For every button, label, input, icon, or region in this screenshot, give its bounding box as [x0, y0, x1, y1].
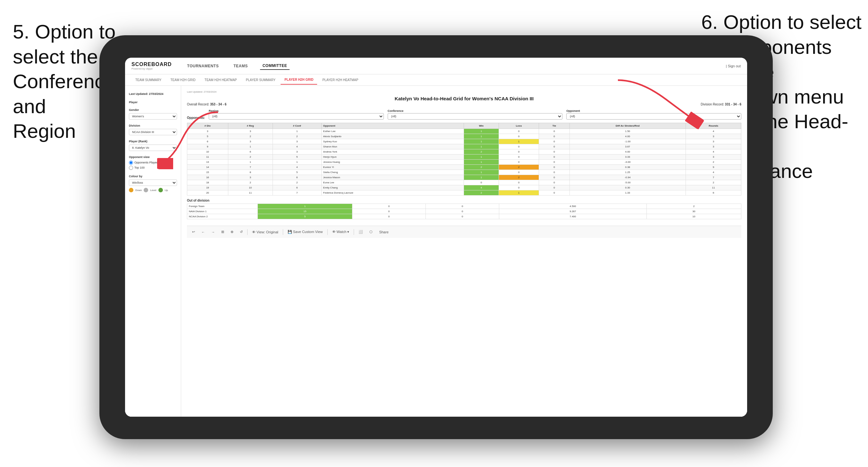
td-opponent: Esther Lee	[321, 129, 464, 134]
table-body: 3 3 1 Esther Lee 1 0 0 1.50 4 5 2 2 Alex…	[187, 129, 741, 195]
td-win: 1	[464, 134, 499, 139]
td-conf: 6	[273, 185, 321, 190]
td-opponent: Sydney Kuo	[321, 139, 464, 144]
td-conf: 5	[273, 155, 321, 160]
td-tie: 0	[539, 190, 569, 195]
td-tie: 0	[539, 149, 569, 155]
td-loss: 0	[499, 180, 539, 185]
opponent-played-radio[interactable]	[129, 161, 133, 165]
td-conf: 2	[273, 180, 321, 185]
colour-by-select[interactable]: Win/loss	[129, 180, 177, 186]
td-conf: 3	[273, 149, 321, 155]
td-loss: 0	[499, 185, 539, 190]
color-down-label: Down	[135, 189, 142, 192]
td-loss: 0	[499, 170, 539, 175]
td-loss: 0	[499, 160, 539, 165]
td-rounds: 11	[686, 185, 741, 190]
td-reg: 1	[228, 144, 273, 149]
td-conf: 4	[273, 144, 321, 149]
toolbar-square[interactable]: ⬜	[356, 229, 365, 235]
td-rounds: 7	[686, 175, 741, 180]
toolbar-undo[interactable]: ↩	[190, 229, 197, 235]
arrow-right	[608, 74, 711, 138]
out-of-division-header: Out of division	[187, 199, 741, 202]
td-opponent: Sharon Mun	[321, 144, 464, 149]
color-up-label: Up	[165, 189, 168, 192]
ood-td-diff: 4.500	[499, 204, 647, 209]
toolbar-share[interactable]: Share	[377, 229, 390, 235]
th-conf: # Conf	[273, 123, 321, 129]
sub-nav-team-summary[interactable]: TEAM SUMMARY	[131, 75, 165, 84]
table-row: 10 6 3 Andrea York 2 0 0 4.00 4	[187, 149, 741, 155]
sub-nav-player-summary[interactable]: PLAYER SUMMARY	[242, 75, 279, 84]
td-reg: 3	[228, 139, 273, 144]
td-win: 1	[464, 155, 499, 160]
td-div: 16	[187, 175, 228, 180]
td-tie: 0	[539, 170, 569, 175]
td-conf: 3	[273, 139, 321, 144]
td-reg: 8	[228, 170, 273, 175]
td-rounds: 2	[686, 160, 741, 165]
color-down-dot	[129, 188, 133, 192]
color-level-label: Level	[150, 189, 156, 192]
sub-nav-player-h2h-heatmap[interactable]: PLAYER H2H HEATMAP	[318, 75, 362, 84]
td-win: 1	[464, 129, 499, 134]
color-up-dot	[158, 188, 163, 192]
player-label: Player	[129, 101, 177, 104]
th-opponent: Opponent	[321, 123, 464, 129]
toolbar-add[interactable]: ⊕	[228, 229, 235, 235]
td-reg: 3	[228, 129, 273, 134]
nav-tournaments[interactable]: TOURNAMENTS	[185, 62, 222, 69]
toolbar-save-custom[interactable]: 💾 Save Custom View	[286, 229, 325, 235]
td-win: 2	[464, 165, 499, 170]
td-conf: 2	[273, 134, 321, 139]
td-win: 1	[464, 175, 499, 180]
td-reg: 7	[228, 165, 273, 170]
td-conf: 6	[273, 175, 321, 180]
toolbar-refresh[interactable]: ↺	[238, 229, 245, 235]
sub-nav-team-h2h-grid[interactable]: TEAM H2H GRID	[167, 75, 199, 84]
nav-teams[interactable]: TEAMS	[231, 62, 250, 69]
toolbar-grid[interactable]: ⊞	[219, 229, 226, 235]
toolbar-back[interactable]: ←	[199, 229, 207, 235]
sign-out[interactable]: | Sign out	[726, 64, 741, 68]
td-opponent: Alexis Sudjianto	[321, 134, 464, 139]
td-win: 2	[464, 149, 499, 155]
filter-region-select[interactable]: (All)	[209, 113, 384, 120]
td-tie: 0	[539, 139, 569, 144]
sub-nav-player-h2h-grid[interactable]: PLAYER H2H GRID	[281, 75, 317, 85]
toolbar-hex[interactable]: ⬡	[368, 229, 374, 235]
toolbar-sep-4	[354, 229, 354, 235]
toolbar-forward[interactable]: →	[209, 229, 217, 235]
filter-conference-select[interactable]: (All)	[388, 113, 563, 120]
sub-nav-team-h2h-heatmap[interactable]: TEAM H2H HEATMAP	[201, 75, 241, 84]
nav-committee[interactable]: COMMITTEE	[260, 62, 290, 70]
td-loss: 2	[499, 165, 539, 170]
td-conf: 1	[273, 160, 321, 165]
td-rounds: 6	[686, 190, 741, 195]
ood-td-rounds: 2	[646, 204, 741, 209]
sign-out-text[interactable]: Sign out	[728, 64, 741, 68]
td-rounds: 3	[686, 144, 741, 149]
td-opponent: Eunice Yi	[321, 165, 464, 170]
td-tie: 0	[539, 134, 569, 139]
td-opponent: Federica Domecq Lacroze	[321, 190, 464, 195]
filter-region-label: Region	[209, 109, 384, 113]
td-conf: 4	[273, 165, 321, 170]
ood-td-diff: 7.400	[499, 214, 647, 219]
td-opponent: Emily Chang	[321, 185, 464, 190]
toolbar-watch[interactable]: 👁 Watch ▾	[330, 229, 351, 235]
toolbar-sep-3	[328, 229, 328, 235]
ood-td-tie: 0	[426, 214, 499, 219]
td-opponent: Heejo Hyun	[321, 155, 464, 160]
td-loss: 0	[499, 134, 539, 139]
td-diff: 0.38	[569, 165, 686, 170]
ood-td-opponent: Foreign Team	[187, 204, 258, 209]
td-rounds: 3	[686, 139, 741, 144]
toolbar-view-original[interactable]: 👁 View: Original	[250, 229, 280, 235]
top-100-radio[interactable]	[129, 166, 133, 170]
colour-by-label: Colour by	[129, 175, 177, 178]
sidebar-colour-section: Colour by Win/loss Down Level Up	[129, 175, 177, 192]
td-loss: 0	[499, 149, 539, 155]
ood-table-row: NCAA Division 2 5 0 0 7.400 10	[187, 214, 741, 219]
